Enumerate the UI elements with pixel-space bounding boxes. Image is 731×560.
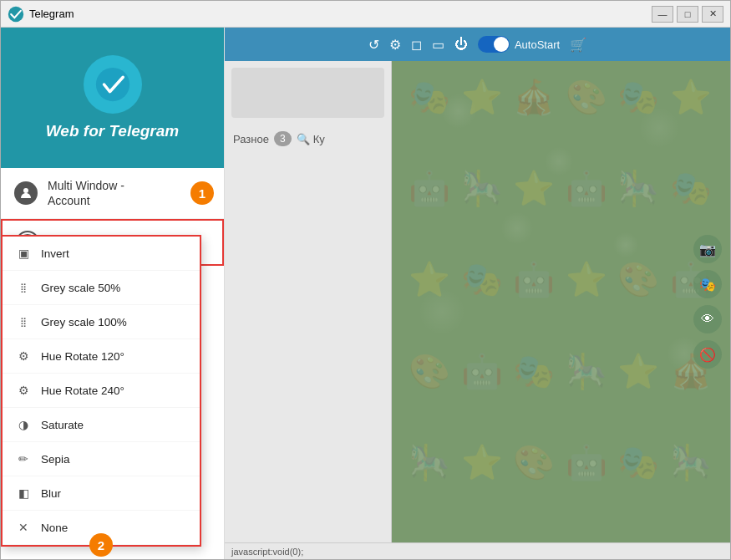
search-row: 🔍 Ку (297, 133, 325, 145)
svg-point-1 (95, 68, 129, 101)
toggle-switch[interactable] (478, 36, 510, 53)
none-label: None (41, 522, 68, 534)
multi-window-label: Multi Window -Account (48, 178, 124, 208)
status-text: javascript:void(0); (231, 547, 303, 557)
sidebar: Web for Telegram Multi Window -Account 1 (1, 28, 225, 559)
main-background: 🎭⭐🎪🎨🎭⭐ 🤖🎠⭐🤖🎠🎭 ⭐🎭🤖⭐🎨🤖 🎨🤖🎭🎠⭐🎪 🎠⭐🎨🤖🎭🎠 📷 🎭 👁… (392, 61, 730, 542)
float-btn-mask[interactable]: 🎭 (693, 270, 722, 298)
invert-label: Invert (41, 247, 69, 260)
dropdown-badge: 2 (89, 533, 113, 557)
chat-panel: Разное 3 🔍 Ку (225, 61, 392, 542)
maximize-button[interactable]: □ (677, 6, 698, 23)
app-name: Web for Telegram (46, 122, 179, 140)
toggle-knob (494, 37, 509, 52)
saturate-icon: ◑ (14, 415, 33, 434)
dropdown-item-saturate[interactable]: ◑ Saturate (3, 408, 200, 442)
invert-icon: ▣ (14, 244, 33, 262)
dropdown-item-huerotate120[interactable]: ⚙ Hue Rotate 120° (3, 339, 200, 374)
dropdown-item-huerotate240[interactable]: ⚙ Hue Rotate 240° (3, 374, 200, 408)
sidebar-header: Web for Telegram (1, 28, 224, 168)
greyscale50-label: Grey scale 50% (41, 282, 120, 294)
close-button[interactable]: ✕ (702, 6, 723, 23)
minimize-button[interactable]: — (652, 6, 673, 23)
title-bar: Telegram — □ ✕ (1, 1, 730, 28)
huerotate120-icon: ⚙ (14, 347, 33, 365)
sidebar-menu: Multi Window -Account 1 Theme - Skin Col… (1, 168, 224, 559)
search-text: Ку (313, 133, 325, 145)
float-btn-camera[interactable]: 📷 (693, 235, 722, 263)
window-rect-icon[interactable]: ▭ (432, 37, 444, 53)
dropdown-item-sepia[interactable]: ✏ Sepia (3, 442, 200, 476)
dropdown-item-greyscale100[interactable]: ⣿ Grey scale 100% (3, 305, 200, 339)
huerotate120-label: Hue Rotate 120° (41, 350, 124, 363)
tab-label: Разное (233, 133, 269, 145)
account-icon (14, 181, 38, 205)
saturate-label: Saturate (41, 419, 84, 431)
telegram-logo (84, 55, 142, 114)
tab-badge: 3 (274, 131, 292, 146)
float-btn-eye[interactable]: 👁 (693, 305, 722, 333)
window-square-icon[interactable]: ◻ (411, 37, 422, 53)
app-window: Telegram — □ ✕ Web for Telegram (0, 0, 731, 560)
refresh-icon[interactable]: ↺ (368, 37, 379, 53)
svg-point-2 (23, 188, 28, 193)
tab-row: Разное 3 🔍 Ку (225, 125, 391, 153)
sepia-icon: ✏ (14, 450, 33, 468)
huerotate240-label: Hue Rotate 240° (41, 384, 124, 397)
autostart-toggle[interactable]: AutoStart (478, 36, 560, 53)
content-area: Разное 3 🔍 Ку 🎭⭐🎪🎨🎭⭐ 🤖🎠⭐🤖🎠🎭 (225, 61, 730, 542)
theme-dropdown: ▣ Invert ⣿ Grey scale 50% ⣿ Grey scale 1… (1, 235, 201, 547)
dropdown-item-invert[interactable]: ▣ Invert (3, 237, 200, 271)
app-icon (8, 6, 24, 23)
search-icon: 🔍 (297, 133, 310, 145)
blur-label: Blur (41, 487, 61, 500)
window-controls: — □ ✕ (652, 6, 723, 23)
greyscale100-label: Grey scale 100% (41, 316, 127, 328)
float-btn-block[interactable]: 🚫 (693, 340, 722, 369)
greyscale50-icon: ⣿ (14, 278, 33, 297)
bg-pattern: 🎭⭐🎪🎨🎭⭐ 🤖🎠⭐🤖🎠🎭 ⭐🎭🤖⭐🎨🤖 🎨🤖🎭🎠⭐🎪 🎠⭐🎨🤖🎭🎠 (392, 61, 730, 542)
chat-list (225, 153, 391, 542)
autostart-label: AutoStart (515, 38, 560, 51)
status-bar: javascript:void(0); (225, 542, 730, 559)
huerotate240-icon: ⚙ (14, 381, 33, 400)
top-toolbar: ↺ ⚙ ◻ ▭ ⏻ AutoStart 🛒 (225, 28, 730, 61)
window-title: Telegram (29, 8, 652, 20)
dropdown-item-blur[interactable]: ◧ Blur (3, 476, 200, 511)
cart-icon[interactable]: 🛒 (570, 37, 586, 53)
dropdown-item-greyscale50[interactable]: ⣿ Grey scale 50% (3, 271, 200, 305)
greyscale100-icon: ⣿ (14, 313, 33, 331)
right-area: ↺ ⚙ ◻ ▭ ⏻ AutoStart 🛒 (225, 28, 730, 559)
sepia-label: Sepia (41, 453, 70, 466)
none-icon: ✕ (14, 518, 33, 537)
power-icon[interactable]: ⏻ (454, 37, 468, 52)
sidebar-item-multi-window[interactable]: Multi Window -Account 1 (1, 168, 224, 219)
main-area: Web for Telegram Multi Window -Account 1 (1, 28, 730, 559)
multi-window-badge: 1 (190, 181, 214, 205)
settings-icon[interactable]: ⚙ (389, 37, 401, 53)
blur-icon: ◧ (14, 484, 33, 502)
right-float-buttons: 📷 🎭 👁 🚫 (693, 235, 722, 369)
